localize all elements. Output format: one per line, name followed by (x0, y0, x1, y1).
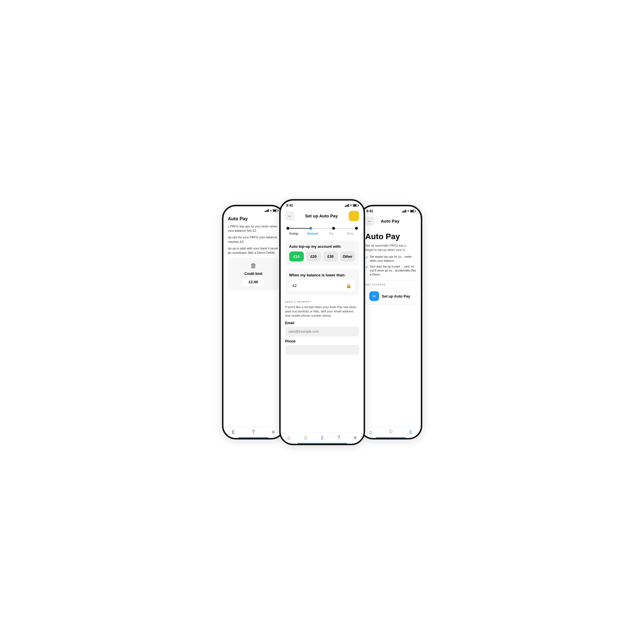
center-header: ← Set up Auto Pay ⚡ (281, 209, 364, 223)
amount-grid: £10 £20 £30 Other (289, 251, 355, 261)
right-content: Auto Pay Set up automatic PAYG top-u... … (361, 228, 421, 427)
step-label-energy: Energy (285, 232, 304, 235)
left-nav-billing[interactable]: £ (232, 429, 235, 435)
right-status-bar: 9:41 ▾ (361, 206, 421, 214)
right-nav-billing[interactable]: £ (409, 429, 412, 435)
right-desc: Set up automatic PAYG top-u... forget to… (365, 243, 416, 252)
right-phone: 9:41 ▾ ← Auto Pay Auto Pay Se (359, 205, 422, 439)
step-line-3 (335, 228, 355, 229)
amount-other-button[interactable]: Other (340, 251, 355, 261)
step-dot-done (355, 227, 358, 230)
battery-icon (353, 204, 358, 207)
phone-label: Phone (285, 339, 359, 343)
center-status-bar: 9:41 ▾ (281, 201, 364, 209)
left-status-icons: ▾ (265, 209, 278, 212)
step-label-amount: Amount (303, 232, 322, 235)
center-nav-home[interactable]: ⌂ (287, 435, 290, 441)
lock-icon: 🔒 (346, 283, 352, 288)
left-nav-help[interactable]: ? (252, 429, 255, 435)
battery-icon (410, 210, 415, 213)
center-status-icons: ▾ (345, 204, 358, 207)
receipt-label: NEED A RECEIPT? (285, 300, 359, 303)
right-header-title: Auto Pay (374, 219, 406, 223)
balance-input-wrap: £2 🔒 (289, 280, 355, 291)
get-started-label: GET STARTED (365, 280, 416, 286)
amount-20-button[interactable]: £20 (306, 251, 321, 261)
credit-card: 🗑 Credit limit £2.00 (228, 258, 279, 290)
center-nav-billing[interactable]: £ (321, 435, 324, 441)
center-content: Auto top-up my account with: £10 £20 £30… (281, 237, 364, 432)
header-title: Set up Auto Pay (294, 213, 349, 218)
action-button[interactable]: ⚡ (349, 211, 359, 221)
center-nav-menu[interactable]: ≡ (354, 435, 357, 441)
right-time: 9:41 (366, 209, 373, 213)
left-title: Auto Pay (228, 216, 279, 221)
step-label-done: Done (341, 232, 360, 235)
stepper (281, 223, 364, 231)
right-nav-usage[interactable]: ⬡ (389, 429, 393, 435)
email-input[interactable] (285, 327, 359, 336)
checkmark-icon-2: ✓ (365, 265, 368, 270)
left-nav-menu[interactable]: ≡ (272, 429, 275, 435)
center-time: 9:41 (286, 203, 293, 207)
step-label-pay: Pay (322, 232, 341, 235)
left-desc3: op-up is paid with your bank ll never go… (228, 246, 279, 255)
step-line-1 (289, 228, 309, 229)
center-nav-help[interactable]: ? (337, 435, 340, 441)
scene: ▾ Auto Pay c PAYG top-ups so you never w… (179, 179, 465, 465)
receipt-section: NEED A RECEIPT? If you'd like a receipt … (285, 299, 359, 359)
wifi-icon: ▾ (270, 209, 272, 212)
credit-value: £2.00 (243, 278, 264, 286)
amount-30-button[interactable]: £30 (323, 251, 338, 261)
signal-icon (402, 210, 406, 213)
setup-autopay-button[interactable]: ∞ Set up Auto Pay (365, 288, 416, 304)
left-desc1: c PAYG top-ups so you never when your ba… (228, 224, 279, 233)
step-dot-energy (286, 227, 289, 230)
left-phone: ▾ Auto Pay c PAYG top-ups so you never w… (222, 205, 285, 439)
left-bottom-nav: £ ? ≡ (223, 427, 284, 438)
left-desc2: op-ups for your PAYG your balance reache… (228, 235, 279, 244)
right-back-button[interactable]: ← (365, 217, 374, 226)
center-phone: 9:41 ▾ ← Set up Auto Pay ⚡ (279, 199, 365, 445)
receipt-desc: If you'd like a receipt when your Auto P… (285, 305, 359, 318)
check-text-1: Set repeat top-ups for yo... meter when … (370, 255, 416, 263)
amount-10-button[interactable]: £10 (289, 251, 304, 261)
check-item-1: ✓ Set repeat top-ups for yo... meter whe… (365, 255, 416, 263)
right-nav-home[interactable]: ⌂ (369, 429, 372, 435)
battery-icon (273, 209, 278, 212)
checkmark-icon-1: ✓ (365, 255, 368, 260)
trash-icon: 🗑 (250, 262, 257, 270)
step-dot-amount (309, 227, 312, 230)
balance-card-title: When my balance is lower than: (289, 273, 355, 277)
right-status-icons: ▾ (402, 209, 415, 213)
check-item-2: ✓ Your auto top-up is paid ... card, so … (365, 265, 416, 277)
signal-icon (265, 209, 269, 212)
center-nav-usage[interactable]: ⬡ (304, 435, 307, 440)
balance-card: When my balance is lower than: £2 🔒 (285, 269, 359, 295)
topup-card-title: Auto top-up my account with: (289, 244, 355, 249)
phone-input[interactable] (285, 345, 359, 355)
infinity-icon: ∞ (369, 291, 379, 301)
wifi-icon: ▾ (350, 204, 352, 207)
step-dot-pay (332, 227, 335, 230)
email-label: Email (285, 321, 359, 325)
setup-btn-label: Set up Auto Pay (382, 294, 410, 298)
check-text-2: Your auto top-up is paid ... card, so yo… (370, 265, 416, 277)
right-bottom-nav: ⌂ ⬡ £ (361, 427, 421, 438)
right-big-title: Auto Pay (365, 232, 416, 241)
topup-card: Auto top-up my account with: £10 £20 £30… (285, 240, 359, 265)
back-button[interactable]: ← (285, 211, 294, 221)
signal-icon (345, 204, 349, 207)
stepper-labels: Energy Amount Pay Done (281, 231, 364, 237)
left-status-bar: ▾ (223, 206, 284, 213)
wifi-icon: ▾ (407, 209, 409, 213)
right-header: ← Auto Pay (361, 214, 421, 228)
center-bottom-nav: ⌂ ⬡ £ ? ≡ (281, 432, 364, 444)
balance-value: £2 (293, 284, 297, 288)
step-line-2 (312, 228, 332, 229)
left-content: Auto Pay c PAYG top-ups so you never whe… (223, 213, 284, 427)
credit-label: Credit limit (244, 272, 262, 276)
